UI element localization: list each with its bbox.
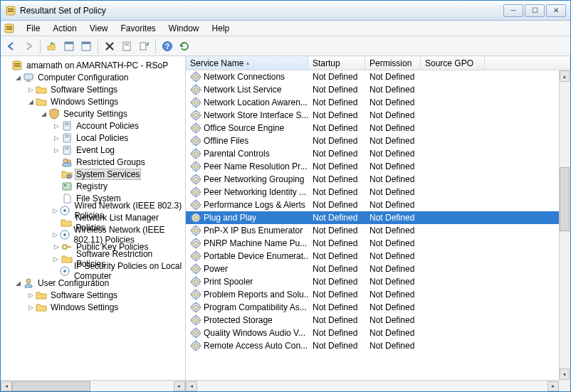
column-source-gpo[interactable]: Source GPO (421, 56, 485, 70)
expand-icon[interactable]: ▷ (52, 134, 61, 142)
back-button[interactable] (4, 38, 19, 54)
scroll-track[interactable] (560, 82, 570, 369)
cell-service-name: Network Location Awaren... (186, 97, 308, 108)
tree-user-windows-settings[interactable]: ▷Windows Settings (1, 301, 185, 313)
list-row[interactable]: Program Compatibility As...Not DefinedNo… (186, 301, 570, 314)
close-button[interactable]: ✕ (546, 4, 566, 17)
list-row[interactable]: PnP-X IP Bus EnumeratorNot DefinedNot De… (186, 224, 570, 237)
list-row[interactable]: Network List ServiceNot DefinedNot Defin… (186, 83, 570, 96)
cell-service-name: Network Connections (186, 71, 308, 83)
tree-software-settings[interactable]: ▷Software Settings (1, 83, 185, 95)
scroll-thumb[interactable] (12, 381, 90, 391)
delete-button[interactable] (102, 38, 117, 54)
tree-windows-settings[interactable]: ◢Windows Settings (1, 95, 185, 107)
list-hscrollbar[interactable]: ◂ ▸ (186, 380, 559, 391)
properties-button[interactable] (119, 38, 135, 54)
column-permission[interactable]: Permission (365, 56, 421, 70)
system-menu-icon[interactable] (4, 23, 15, 34)
menu-file[interactable]: File (21, 21, 46, 36)
list-row[interactable]: Remote Access Auto Con...Not DefinedNot … (186, 339, 570, 352)
scroll-left-button[interactable]: ◂ (1, 381, 12, 391)
list-row[interactable]: Problem Reports and Solu...Not DefinedNo… (186, 288, 570, 301)
list-row[interactable]: Network ConnectionsNot DefinedNot Define… (186, 70, 570, 83)
collapse-icon[interactable]: ◢ (26, 97, 35, 106)
scroll-right-button[interactable]: ▸ (548, 381, 559, 391)
scroll-track[interactable] (197, 381, 548, 391)
tree-registry[interactable]: Registry (1, 180, 185, 192)
tree-root[interactable]: amarnath on AMARNATH-PC - RSoP (1, 59, 185, 71)
list-row[interactable]: Peer Networking Identity ...Not DefinedN… (186, 186, 570, 198)
minimize-button[interactable]: ─ (503, 4, 523, 17)
collapse-icon[interactable]: ◢ (39, 110, 48, 118)
forward-button[interactable] (21, 38, 36, 54)
column-startup[interactable]: Startup (308, 56, 365, 70)
tree-system-services[interactable]: System Services (1, 168, 185, 180)
menu-window[interactable]: Window (163, 21, 205, 36)
expand-icon[interactable]: ▷ (52, 231, 58, 239)
new-window-button[interactable] (78, 38, 94, 54)
expand-icon[interactable]: ▷ (52, 243, 61, 251)
menu-favorites[interactable]: Favorites (115, 21, 162, 36)
collapse-icon[interactable]: ◢ (14, 73, 22, 82)
expand-icon[interactable] (2, 61, 11, 70)
tree-ip-security[interactable]: IP Security Policies on Local Computer (1, 265, 185, 277)
scroll-up-button[interactable]: ▴ (560, 70, 570, 82)
expand-icon[interactable]: ▷ (26, 291, 35, 300)
expand-icon[interactable]: ▷ (52, 206, 58, 215)
expand-icon[interactable]: ▷ (52, 122, 61, 130)
menu-view[interactable]: View (84, 21, 114, 36)
console-tree[interactable]: amarnath on AMARNATH-PC - RSoP ◢Computer… (1, 59, 185, 313)
tree-local-policies[interactable]: ▷Local Policies (1, 132, 185, 144)
tree-event-log[interactable]: ▷Event Log (1, 144, 185, 156)
help-button[interactable] (159, 38, 175, 54)
cell-startup: Not Defined (308, 315, 365, 325)
tree-user-software-settings[interactable]: ▷Software Settings (1, 289, 185, 301)
menu-help[interactable]: Help (206, 21, 236, 36)
tree-computer-config[interactable]: ◢Computer Configuration (1, 71, 185, 83)
collapse-icon[interactable]: ◢ (14, 279, 22, 287)
expand-icon[interactable]: ▷ (26, 303, 35, 312)
show-hide-tree-button[interactable] (61, 38, 77, 54)
scroll-right-button[interactable]: ▸ (174, 381, 185, 391)
service-name-text: Parental Controls (204, 149, 270, 159)
list-row[interactable]: Protected StorageNot DefinedNot Defined (186, 314, 570, 327)
list-row[interactable]: Plug and PlayNot DefinedNot Defined (186, 211, 570, 224)
tree-security-settings[interactable]: ◢Security Settings (1, 107, 185, 120)
list-row[interactable]: Peer Name Resolution Pr...Not DefinedNot… (186, 160, 570, 173)
expand-icon[interactable]: ▷ (26, 85, 35, 94)
list-row[interactable]: Performance Logs & AlertsNot DefinedNot … (186, 198, 570, 211)
scroll-track[interactable] (12, 381, 174, 391)
up-button[interactable] (44, 38, 60, 54)
scroll-left-button[interactable]: ◂ (186, 381, 197, 391)
gear-icon (190, 174, 201, 185)
maximize-button[interactable]: ☐ (525, 4, 545, 17)
cell-service-name: Protected Storage (186, 314, 308, 326)
refresh-button[interactable] (177, 38, 192, 54)
scroll-down-button[interactable]: ▾ (560, 369, 570, 380)
list-row[interactable]: Quality Windows Audio V...Not DefinedNot… (186, 327, 570, 339)
no-expand (52, 170, 61, 179)
export-list-button[interactable] (136, 38, 152, 54)
tree-account-policies[interactable]: ▷Account Policies (1, 120, 185, 132)
list-vscrollbar[interactable]: ▴ ▾ (559, 70, 570, 380)
list-row[interactable]: Peer Networking GroupingNot DefinedNot D… (186, 173, 570, 186)
tree-wireless-network[interactable]: ▷Wireless Network (IEEE 802.11) Policies (1, 228, 185, 240)
list-body[interactable]: Network ConnectionsNot DefinedNot Define… (186, 70, 570, 380)
expand-icon[interactable]: ▷ (52, 146, 61, 154)
service-name-text: Network Store Interface S... (204, 110, 308, 120)
list-row[interactable]: Offline FilesNot DefinedNot Defined (186, 134, 570, 147)
list-row[interactable]: Portable Device Enumerat...Not DefinedNo… (186, 250, 570, 263)
expand-icon[interactable]: ▷ (52, 255, 61, 263)
list-row[interactable]: PNRP Machine Name Pu...Not DefinedNot De… (186, 237, 570, 250)
list-row[interactable]: Office Source EngineNot DefinedNot Defin… (186, 122, 570, 134)
list-row[interactable]: Network Store Interface S...Not DefinedN… (186, 109, 570, 122)
tree-restricted-groups[interactable]: Restricted Groups (1, 156, 185, 168)
column-service-name[interactable]: Service Name▴ (186, 56, 308, 70)
list-row[interactable]: Print SpoolerNot DefinedNot Defined (186, 275, 570, 288)
list-row[interactable]: PowerNot DefinedNot Defined (186, 263, 570, 275)
list-row[interactable]: Network Location Awaren...Not DefinedNot… (186, 96, 570, 109)
tree-hscrollbar[interactable]: ◂ ▸ (1, 380, 185, 391)
menu-action[interactable]: Action (47, 21, 82, 36)
scroll-thumb[interactable] (560, 167, 570, 231)
list-row[interactable]: Parental ControlsNot DefinedNot Defined (186, 147, 570, 160)
